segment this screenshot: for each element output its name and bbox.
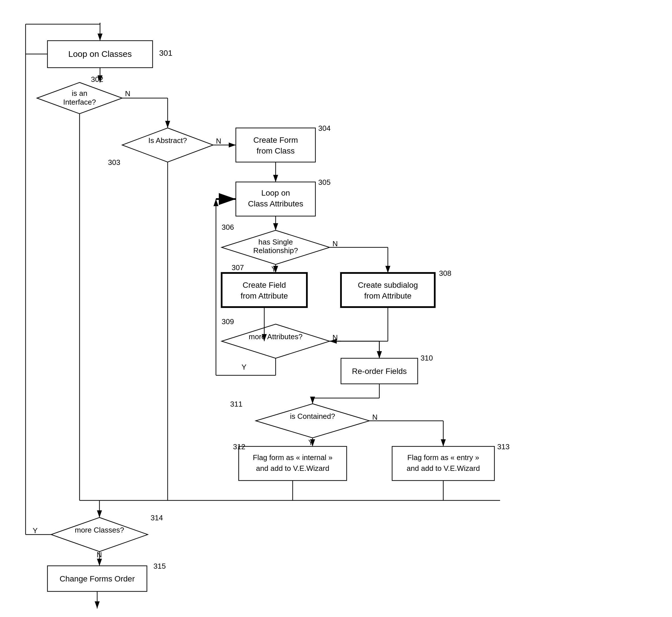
svg-rect-18 xyxy=(236,182,315,216)
flowchart-svg: Loop on Classes 301 is an Interface? 302… xyxy=(0,0,672,617)
svg-text:more Classes?: more Classes? xyxy=(75,526,124,534)
svg-text:Create subdialog: Create subdialog xyxy=(358,281,418,289)
svg-text:N: N xyxy=(332,239,338,248)
svg-text:Y: Y xyxy=(33,526,37,535)
svg-text:305: 305 xyxy=(318,178,330,187)
svg-rect-31 xyxy=(341,273,435,307)
svg-text:N: N xyxy=(332,333,338,342)
svg-rect-47 xyxy=(239,446,347,480)
svg-text:from Attribute: from Attribute xyxy=(364,291,412,300)
svg-text:Class Attributes: Class Attributes xyxy=(248,199,303,208)
flowchart-diagram: Loop on Classes 301 is an Interface? 302… xyxy=(0,0,672,617)
svg-marker-35 xyxy=(222,324,330,358)
svg-text:Y: Y xyxy=(242,363,246,371)
svg-text:303: 303 xyxy=(108,158,120,167)
svg-text:Loop on: Loop on xyxy=(261,189,290,197)
svg-text:is an: is an xyxy=(72,89,87,97)
svg-text:302: 302 xyxy=(91,75,103,83)
svg-marker-55 xyxy=(51,518,148,552)
svg-text:Create Field: Create Field xyxy=(243,281,286,289)
svg-text:Y: Y xyxy=(308,438,313,447)
svg-text:311: 311 xyxy=(230,400,242,408)
svg-text:Is Abstract?: Is Abstract? xyxy=(148,136,187,145)
svg-text:N: N xyxy=(125,89,130,98)
svg-text:N: N xyxy=(216,137,221,145)
svg-text:from Attribute: from Attribute xyxy=(241,291,288,300)
svg-marker-10 xyxy=(122,128,213,162)
svg-text:Interface?: Interface? xyxy=(63,98,96,107)
svg-text:has Single: has Single xyxy=(258,238,293,246)
svg-rect-14 xyxy=(236,128,315,162)
svg-text:307: 307 xyxy=(232,263,244,272)
svg-rect-28 xyxy=(222,273,307,307)
svg-text:Re-order Fields: Re-order Fields xyxy=(352,367,407,376)
svg-text:Flag form as « internal »: Flag form as « internal » xyxy=(253,453,332,462)
svg-text:315: 315 xyxy=(153,562,165,570)
svg-text:314: 314 xyxy=(150,513,163,522)
svg-marker-43 xyxy=(256,404,369,438)
svg-text:309: 309 xyxy=(222,317,234,326)
svg-text:Change Forms Order: Change Forms Order xyxy=(60,574,135,583)
svg-text:and add to V.E.Wizard: and add to V.E.Wizard xyxy=(256,464,329,472)
svg-text:N: N xyxy=(372,413,378,421)
svg-text:from Class: from Class xyxy=(257,147,295,155)
svg-text:Y: Y xyxy=(271,265,276,273)
svg-text:312: 312 xyxy=(233,442,245,451)
svg-text:310: 310 xyxy=(420,354,433,362)
svg-text:Flag form as « entry »: Flag form as « entry » xyxy=(407,453,479,462)
svg-text:is Contained?: is Contained? xyxy=(290,412,335,421)
svg-text:more Attributes?: more Attributes? xyxy=(249,333,302,341)
svg-text:313: 313 xyxy=(497,442,510,451)
svg-rect-51 xyxy=(392,446,494,480)
svg-text:and add to V.E.Wizard: and add to V.E.Wizard xyxy=(407,464,480,472)
svg-text:308: 308 xyxy=(439,269,451,277)
svg-text:Loop on Classes: Loop on Classes xyxy=(68,49,131,58)
svg-text:304: 304 xyxy=(318,124,330,133)
svg-text:306: 306 xyxy=(222,223,234,231)
svg-text:Relationship?: Relationship? xyxy=(253,246,298,255)
svg-text:Create Form: Create Form xyxy=(253,136,298,145)
svg-text:301: 301 xyxy=(159,49,173,57)
